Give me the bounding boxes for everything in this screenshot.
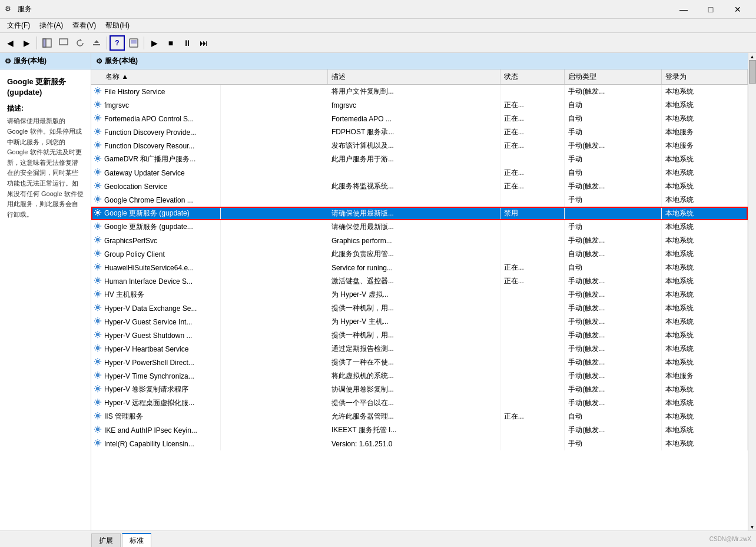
svg-point-10 [96,116,99,119]
table-row[interactable]: IKE and AuthIP IPsec Keyin...IKEEXT 服务托管… [91,423,748,437]
service-startup: 手动 [565,193,661,207]
table-row[interactable]: Hyper-V Heartbeat Service通过定期报告检测...手动(触… [91,342,748,356]
service-icon [94,127,102,137]
services-table[interactable]: 名称 ▲ 描述 状态 启动类型 登录为 File History Service… [91,69,748,531]
service-status [500,315,565,329]
col-login[interactable]: 登录为 [661,69,747,85]
table-row[interactable]: Intel(R) Capability Licensin...Version: … [91,437,748,450]
table-row[interactable]: Function Discovery Provide...FDPHOST 服务承… [91,125,748,139]
window-title: 服务 [18,4,670,14]
service-login: 本地系统 [661,315,747,329]
service-startup: 手动 [565,153,661,166]
tab-standard[interactable]: 标准 [122,533,151,548]
service-name-text: Hyper-V Guest Shutdown ... [104,331,192,340]
table-row[interactable]: Google 更新服务 (gupdate...请确保使用最新版...手动本地系统 [91,220,748,234]
toolbar-stop[interactable]: ■ [163,35,178,51]
table-row[interactable]: Google 更新服务 (gupdate)请确保使用最新版...禁用本地系统 [91,207,748,220]
toolbar: ◀ ▶ ? ▶ ■ ⏸ ⏭ [0,33,756,53]
service-startup: 手动(触发... [565,315,661,329]
table-row[interactable]: GameDVR 和广播用户服务...此用户服务用于游...手动本地系统 [91,153,748,166]
service-startup: 手动(触发... [565,139,661,153]
col-desc[interactable]: 描述 [328,69,500,85]
service-login: 本地系统 [661,193,747,207]
table-row[interactable]: Google Chrome Elevation ...手动本地系统 [91,193,748,207]
table-row[interactable]: Function Discovery Resour...发布该计算机以及...正… [91,139,748,153]
col-status[interactable]: 状态 [500,69,565,85]
right-panel: ⚙ 服务(本地) 名称 ▲ 描述 状态 启动类型 登录为 File Histor [91,53,748,531]
toolbar-back[interactable]: ◀ [2,35,18,51]
table-row[interactable]: Hyper-V Guest Shutdown ...提供一种机制，用...手动(… [91,329,748,342]
toolbar-restart[interactable]: ⏭ [196,35,211,51]
service-icon [94,181,102,191]
service-status [500,301,565,315]
svg-point-12 [96,143,99,146]
toolbar-pause[interactable]: ⏸ [180,35,195,51]
table-row[interactable]: HV 主机服务为 Hyper-V 虚拟...手动(触发...本地系统 [91,288,748,301]
service-startup: 手动(触发... [565,396,661,410]
service-name-text: Hyper-V Guest Service Int... [104,318,192,326]
toolbar-show-hide[interactable] [39,35,55,51]
service-login: 本地系统 [661,207,747,220]
scroll-up[interactable]: ▲ [749,53,756,60]
service-icon [94,168,102,178]
tab-extend[interactable]: 扩展 [91,533,121,548]
scroll-track[interactable] [748,60,756,523]
toolbar-refresh[interactable] [72,35,88,51]
table-row[interactable]: Hyper-V Guest Service Int...为 Hyper-V 主机… [91,315,748,329]
table-row[interactable]: Human Interface Device S...激活键盘、遥控器...正在… [91,274,748,288]
table-row[interactable]: IIS 管理服务允许此服务器管理...正在...自动本地系统 [91,410,748,423]
scrollbar[interactable]: ▲ ▼ [748,53,756,531]
table-row[interactable]: Fortemedia APO Control S...Fortemedia AP… [91,112,748,125]
toolbar-up[interactable] [56,35,71,51]
toolbar-play[interactable]: ▶ [147,35,162,51]
service-icon [94,100,102,110]
table-row[interactable]: Hyper-V 卷影复制请求程序协调使用卷影复制...手动(触发...本地系统 [91,383,748,396]
service-icon [94,87,102,97]
service-name: Fortemedia APO Control S... [91,112,221,125]
table-row[interactable]: Group Policy Client此服务负责应用管...自动(触发...本地… [91,247,748,261]
table-row[interactable]: HuaweiHiSuiteService64.e...Service for r… [91,261,748,274]
scroll-thumb[interactable] [749,60,756,84]
svg-point-16 [96,197,99,200]
table-row[interactable]: Gateway Updater Service正在...自动本地系统 [91,166,748,180]
menu-help[interactable]: 帮助(H) [101,19,134,32]
right-panel-title: 服务(本地) [105,56,138,66]
menu-action[interactable]: 操作(A) [35,19,68,32]
menu-view[interactable]: 查看(V) [68,19,101,32]
toolbar-sep-3 [144,37,144,49]
svg-point-15 [96,184,99,187]
service-login: 本地系统 [661,274,747,288]
menu-file[interactable]: 文件(F) [2,19,35,32]
service-startup: 自动 [565,410,661,423]
table-row[interactable]: Hyper-V PowerShell Direct...提供了一种在不使...手… [91,356,748,369]
service-status [500,220,565,234]
minimize-button[interactable]: — [670,0,697,19]
close-button[interactable]: ✕ [724,0,751,19]
service-startup: 手动 [565,220,661,234]
toolbar-forward[interactable]: ▶ [19,35,34,51]
service-icon [94,276,102,286]
scroll-down[interactable]: ▼ [749,523,756,531]
table-row[interactable]: fmgrsvcfmgrsvc正在...自动本地系统 [91,98,748,112]
toolbar-help[interactable]: ? [110,35,125,51]
menu-bar: 文件(F) 操作(A) 查看(V) 帮助(H) [0,19,756,33]
col-startup[interactable]: 启动类型 [565,69,661,85]
table-row[interactable]: Geolocation Service此服务将监视系统...正在...手动(触发… [91,180,748,193]
col-name[interactable]: 名称 ▲ [91,69,328,85]
table-row[interactable]: File History Service将用户文件复制到...手动(触发...本… [91,85,748,99]
service-name-text: IIS 管理服务 [104,412,143,422]
service-desc [328,166,500,180]
table-row[interactable]: Hyper-V 远程桌面虚拟化服...提供一个平台以在...手动(触发...本地… [91,396,748,410]
table-row[interactable]: GraphicsPerfSvcGraphics perform...手动(触发.… [91,234,748,247]
service-name: Hyper-V Time Synchroniza... [91,369,221,383]
service-icon [94,114,102,124]
table-row[interactable]: Hyper-V Time Synchroniza...将此虚拟机的系统...手动… [91,369,748,383]
service-login: 本地系统 [661,288,747,301]
maximize-button[interactable]: □ [697,0,724,19]
right-panel-header: ⚙ 服务(本地) [91,53,748,69]
toolbar-info[interactable] [126,35,141,51]
toolbar-export[interactable] [89,35,104,51]
desc-text: 请确保使用最新版的 Google 软件。如果停用或中断此服务，则您的 Googl… [7,116,84,220]
table-row[interactable]: Hyper-V Data Exchange Se...提供一种机制，用...手动… [91,301,748,315]
service-icon [94,439,102,449]
